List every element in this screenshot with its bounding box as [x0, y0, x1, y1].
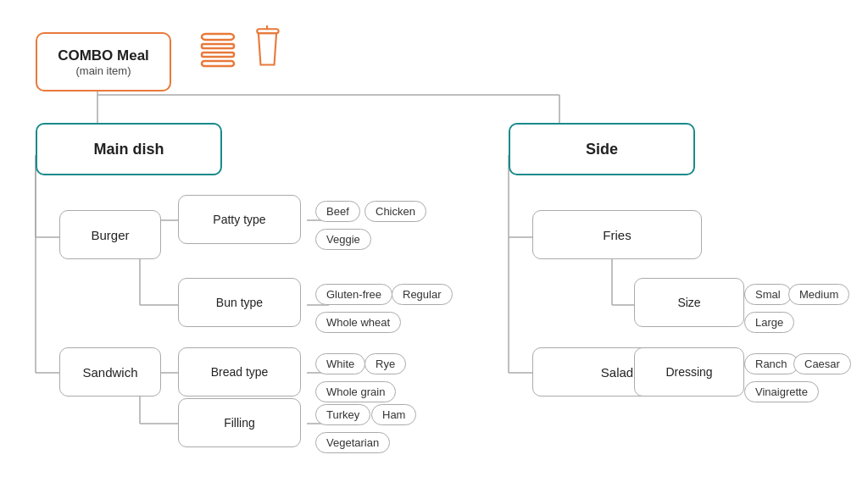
- main-dish-node: Main dish: [36, 123, 222, 175]
- tag-turkey: Turkey: [315, 404, 370, 425]
- root-title: COMBO Meal: [58, 47, 149, 64]
- tag-veggie: Veggie: [315, 229, 371, 250]
- dressing-label: Dressing: [665, 365, 712, 379]
- tag-beef: Beef: [315, 201, 360, 222]
- tag-vegetarian: Vegetarian: [315, 432, 390, 453]
- burger-node: Burger: [59, 210, 161, 259]
- tag-whole-wheat: Whole wheat: [315, 312, 401, 333]
- tag-medium: Medium: [788, 284, 849, 305]
- tag-caesar: Caesar: [793, 353, 851, 374]
- root-node: COMBO Meal (main item): [36, 32, 171, 92]
- bun-type-label: Bun type: [216, 296, 263, 309]
- tag-ham: Ham: [371, 404, 416, 425]
- fries-label: Fries: [603, 228, 631, 242]
- tag-ranch: Ranch: [744, 353, 798, 374]
- combo-icons: [195, 25, 287, 72]
- burger-label: Burger: [91, 228, 129, 242]
- drink-icon: [248, 25, 287, 72]
- main-dish-label: Main dish: [93, 141, 164, 158]
- bread-type-label: Bread type: [211, 365, 269, 379]
- tag-rye: Rye: [364, 353, 406, 374]
- patty-type-node: Patty type: [178, 195, 301, 244]
- tag-chicken: Chicken: [364, 201, 426, 222]
- svg-rect-28: [202, 53, 234, 57]
- tag-whole-grain: Whole grain: [315, 381, 396, 402]
- patty-type-label: Patty type: [213, 213, 265, 226]
- bun-type-node: Bun type: [178, 278, 301, 327]
- filling-label: Filling: [224, 416, 255, 430]
- filling-node: Filling: [178, 398, 301, 447]
- bread-type-node: Bread type: [178, 347, 301, 396]
- sandwich-node: Sandwich: [59, 347, 161, 396]
- fries-node: Fries: [532, 210, 702, 259]
- salad-label: Salad: [601, 365, 633, 380]
- root-subtitle: (main item): [75, 64, 131, 77]
- dressing-node: Dressing: [634, 347, 744, 396]
- sandwich-label: Sandwich: [82, 365, 137, 380]
- tag-large: Large: [744, 312, 794, 333]
- tag-white: White: [315, 353, 365, 374]
- diagram: COMBO Meal (main item) Main dish Side Bu…: [0, 0, 868, 488]
- size-node: Size: [634, 278, 744, 327]
- tag-regular: Regular: [392, 284, 453, 305]
- tag-vinaigrette: Vinaigrette: [744, 381, 819, 402]
- tag-small: Smal: [744, 284, 792, 305]
- svg-rect-27: [202, 44, 234, 48]
- size-label: Size: [677, 296, 700, 309]
- svg-rect-29: [202, 61, 234, 66]
- burger-icon: [195, 25, 242, 72]
- side-label: Side: [586, 141, 618, 158]
- tag-gluten-free: Gluten-free: [315, 284, 392, 305]
- side-node: Side: [509, 123, 695, 175]
- svg-rect-26: [202, 34, 234, 40]
